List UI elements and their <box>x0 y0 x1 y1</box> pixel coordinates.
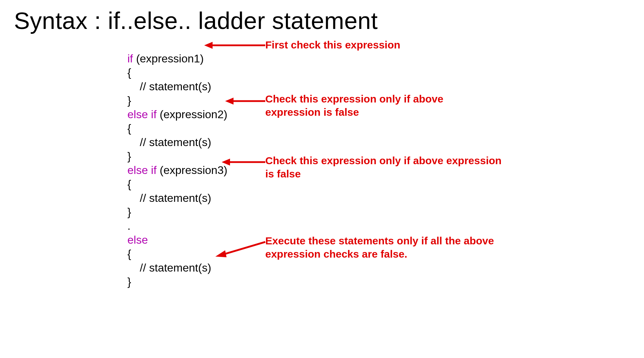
annotation-4: Execute these statements only if all the… <box>265 234 496 261</box>
keyword-elseif1: else if <box>127 108 160 121</box>
svg-line-6 <box>223 242 265 254</box>
close-brace2: } <box>127 150 131 162</box>
keyword-if: if <box>127 52 136 65</box>
code-block: if (expression1) { // statement(s) } els… <box>127 38 227 289</box>
expr1: (expression1) <box>136 52 204 65</box>
statements4: // statement(s) <box>127 261 211 274</box>
open-brace3: { <box>127 178 131 190</box>
annotation-3: Check this expression only if above expr… <box>265 154 510 181</box>
svg-marker-7 <box>215 250 227 257</box>
statements3: // statement(s) <box>127 192 211 204</box>
expr3: (expression3) <box>160 164 227 176</box>
statements1: // statement(s) <box>127 80 211 93</box>
close-brace4: } <box>127 275 131 288</box>
close-brace: } <box>127 94 131 107</box>
open-brace4: { <box>127 247 131 260</box>
open-brace2: { <box>127 122 131 135</box>
open-brace: { <box>127 66 131 79</box>
svg-marker-3 <box>225 98 234 105</box>
statements2: // statement(s) <box>127 136 211 148</box>
arrow-3 <box>222 157 267 169</box>
expr2: (expression2) <box>160 108 227 121</box>
keyword-else: else <box>127 234 148 246</box>
arrow-4 <box>215 237 267 259</box>
slide-title: Syntax : if..else.. ladder statement <box>14 7 644 34</box>
svg-marker-5 <box>222 159 230 166</box>
arrow-2 <box>225 96 267 108</box>
keyword-elseif2: else if <box>127 164 160 176</box>
annotation-1: First check this expression <box>265 38 400 52</box>
arrow-1 <box>204 40 267 52</box>
svg-marker-1 <box>204 42 213 49</box>
close-brace3: } <box>127 206 131 218</box>
annotation-2: Check this expression only if above expr… <box>265 92 496 119</box>
dot: . <box>127 220 131 232</box>
